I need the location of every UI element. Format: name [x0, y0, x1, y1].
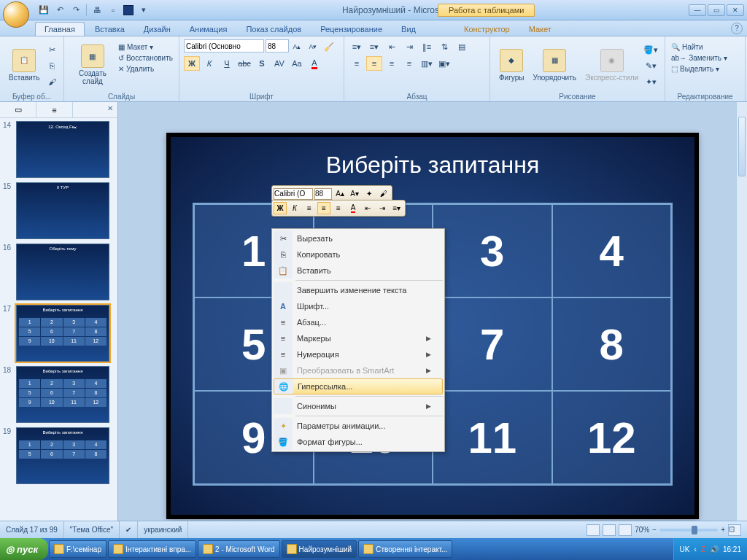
numbering-icon[interactable]: ≡▾: [366, 39, 382, 54]
ctx-hyperlink[interactable]: 🌐Гиперссылка...: [274, 378, 443, 394]
columns-icon[interactable]: ▥▾: [419, 56, 435, 71]
thumbnail[interactable]: 15II ТУР: [3, 182, 115, 239]
align-left-icon[interactable]: ≡: [349, 56, 365, 71]
mini-italic-button[interactable]: К: [288, 202, 301, 214]
align-text-icon[interactable]: ▤: [454, 39, 470, 54]
tray-lang[interactable]: UK: [680, 545, 690, 553]
zoom-out-icon[interactable]: −: [652, 526, 657, 534]
shape-effects-icon[interactable]: ✦▾: [643, 74, 659, 89]
table-cell[interactable]: 11: [433, 391, 552, 484]
ctx-anim-params[interactable]: ✦Параметры анимации...: [274, 418, 443, 434]
thumb-preview[interactable]: 12. Оксид Fe₂:: [16, 121, 109, 178]
text-direction-icon[interactable]: ⇅: [436, 39, 452, 54]
tab-slideshow[interactable]: Показ слайдов: [237, 23, 310, 36]
tab-table-layout[interactable]: Макет: [520, 23, 560, 36]
mini-align-left-icon[interactable]: ≡: [303, 202, 316, 214]
ctx-numbering[interactable]: ≡Нумерация▶: [274, 346, 443, 362]
table-cell[interactable]: 8: [552, 298, 672, 391]
indent-inc-icon[interactable]: ⇥: [401, 39, 417, 54]
arrange-button[interactable]: ▦Упорядочить: [528, 39, 581, 90]
format-painter-icon[interactable]: 🖌: [44, 74, 60, 89]
tab-table-design[interactable]: Конструктор: [455, 23, 519, 36]
shadow-button[interactable]: S: [254, 56, 270, 71]
tab-animation[interactable]: Анимация: [181, 23, 236, 36]
slides-tab-icon[interactable]: ▭: [0, 102, 36, 117]
table-cell[interactable]: 4: [552, 204, 672, 298]
qat-more-icon[interactable]: ▾: [138, 4, 150, 16]
panel-close-icon[interactable]: ✕: [103, 102, 117, 117]
tab-view[interactable]: Вид: [392, 23, 425, 36]
mini-format-painter-icon[interactable]: 🖌: [377, 187, 390, 200]
shapes-button[interactable]: ◆Фигуры: [495, 39, 528, 90]
mini-size-combo[interactable]: [314, 188, 332, 200]
minimize-button[interactable]: —: [689, 4, 706, 16]
change-case-icon[interactable]: Aa: [289, 56, 305, 71]
shape-fill-icon[interactable]: 🪣▾: [643, 42, 659, 57]
color-icon[interactable]: [123, 5, 133, 15]
smartart-icon[interactable]: ▣▾: [436, 56, 452, 71]
table-cell[interactable]: 3: [433, 204, 552, 298]
strike-button[interactable]: abc: [236, 56, 252, 71]
shrink-font-icon[interactable]: A▾: [305, 39, 321, 54]
maximize-button[interactable]: ▭: [708, 4, 725, 16]
status-theme[interactable]: "Тема Office": [64, 521, 120, 538]
taskbar-item[interactable]: F:\семінар: [49, 540, 107, 558]
ctx-copy[interactable]: ⎘Копировать: [274, 246, 443, 262]
char-spacing-icon[interactable]: AV: [271, 56, 287, 71]
cut-icon[interactable]: ✂: [44, 42, 60, 57]
font-size-combo[interactable]: [266, 39, 289, 52]
tab-home[interactable]: Главная: [35, 22, 85, 36]
help-icon[interactable]: ?: [731, 23, 743, 34]
thumbnail[interactable]: 16Оберіть тему: [3, 244, 115, 300]
underline-button[interactable]: Ч: [219, 56, 235, 71]
thumbnail[interactable]: 1412. Оксид Fe₂:: [3, 121, 115, 178]
taskbar-item[interactable]: 2 - Microsoft Word: [198, 540, 280, 558]
new-slide-button[interactable]: ▦ Создать слайд: [69, 39, 117, 90]
undo-icon[interactable]: ↶: [54, 4, 66, 16]
mini-indent-inc-icon[interactable]: ⇥: [376, 202, 389, 214]
clear-format-icon[interactable]: 🧹: [321, 39, 337, 54]
tab-insert[interactable]: Вставка: [86, 23, 133, 36]
print-icon[interactable]: 🖶: [91, 4, 103, 16]
table-cell[interactable]: 7: [433, 298, 552, 391]
paste-button[interactable]: 📋 Вставить: [4, 39, 44, 90]
mini-grow-font-icon[interactable]: A▴: [333, 187, 347, 200]
start-button[interactable]: ◎ пуск: [0, 538, 48, 560]
fit-window-icon[interactable]: ⊡: [728, 524, 741, 536]
status-slide-number[interactable]: Слайд 17 из 99: [0, 521, 64, 538]
thumb-preview[interactable]: Виберіть запитання123456789101112: [16, 305, 109, 362]
replace-button[interactable]: ab→ Заменить ▾: [670, 53, 740, 63]
tray-clock[interactable]: 16:21: [723, 545, 741, 553]
copy-icon[interactable]: ⎘: [44, 58, 60, 73]
save-icon[interactable]: 💾: [38, 4, 50, 16]
mini-align-right-icon[interactable]: ≡: [332, 202, 345, 214]
bullets-icon[interactable]: ≡▾: [349, 39, 365, 54]
outline-tab-icon[interactable]: ≡: [36, 102, 73, 117]
tray-icon[interactable]: Z: [701, 545, 705, 553]
layout-button[interactable]: ▦ Макет ▾: [117, 42, 174, 52]
shape-outline-icon[interactable]: ✎▾: [643, 58, 659, 73]
thumb-preview[interactable]: II ТУР: [16, 182, 109, 239]
mini-align-center-icon[interactable]: ≡: [317, 202, 330, 214]
office-button[interactable]: [3, 1, 29, 28]
status-language[interactable]: украинский: [138, 521, 188, 538]
align-center-icon[interactable]: ≡: [366, 56, 382, 71]
ctx-bullets[interactable]: ≡Маркеры▶: [274, 330, 443, 346]
ctx-paragraph[interactable]: ≡Абзац...: [274, 314, 443, 330]
close-button[interactable]: ✕: [727, 4, 744, 16]
thumbnail[interactable]: 19Виберіть запитання12345678: [3, 427, 115, 484]
ctx-synonyms[interactable]: Синонимы▶: [274, 398, 443, 414]
find-button[interactable]: 🔍 Найти: [670, 42, 740, 52]
normal-view-icon[interactable]: [587, 524, 600, 536]
vertical-scrollbar[interactable]: [736, 102, 747, 526]
line-spacing-icon[interactable]: ‖≡: [419, 39, 435, 54]
thumb-preview[interactable]: Виберіть запитання123456789101112: [16, 366, 109, 423]
taskbar-item[interactable]: Створення інтеракт...: [358, 540, 452, 558]
ctx-end-edit[interactable]: Завершить изменение текста: [274, 282, 443, 298]
sorter-view-icon[interactable]: [603, 524, 616, 536]
tab-review[interactable]: Рецензирование: [311, 23, 391, 36]
grow-font-icon[interactable]: A▴: [289, 39, 305, 54]
mini-bold-button[interactable]: Ж: [274, 202, 287, 214]
ctx-paste[interactable]: 📋Вставить: [274, 262, 443, 279]
mini-styles-icon[interactable]: ✦: [363, 187, 376, 200]
